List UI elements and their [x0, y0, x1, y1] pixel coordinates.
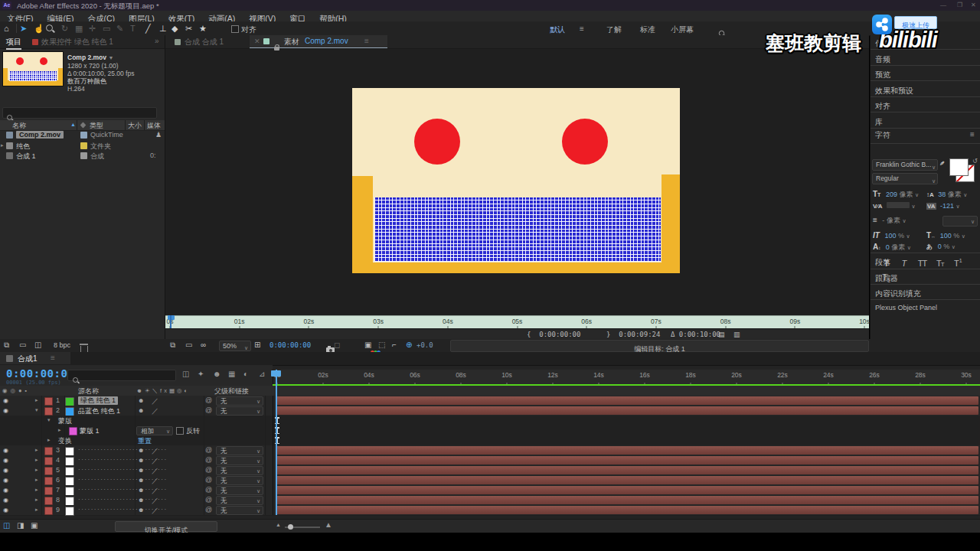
label-chip[interactable] [44, 407, 53, 416]
label-chip[interactable] [44, 487, 53, 495]
in-time[interactable]: 0:00:00:00 [539, 331, 580, 338]
parent-select[interactable]: 无∨ [216, 446, 263, 455]
eye-icon[interactable]: ◉ [3, 397, 8, 404]
eye-icon[interactable]: ◉ [3, 487, 8, 494]
layer-row[interactable]: ◉▸8····························☻／@无∨ [0, 495, 980, 506]
shy-toggle[interactable]: ☻ [138, 487, 144, 494]
shy-toggle[interactable]: ☻ [138, 467, 144, 474]
fill-color-swatch[interactable] [949, 158, 969, 176]
pickwhip-icon[interactable]: @ [205, 496, 212, 504]
layer-row[interactable]: ◉▸9····························☻／@无∨ [0, 505, 980, 516]
layer-row[interactable]: ◉▾2品蓝色 纯色 1☻／@无∨ [0, 406, 980, 416]
shy-toggle[interactable]: ☻ [138, 507, 144, 514]
pickwhip-icon[interactable]: @ [205, 486, 212, 494]
minimize-button[interactable]: — [940, 2, 946, 8]
layer-duration-bar[interactable] [276, 486, 978, 494]
graph-editor-icon[interactable]: ⊿ [259, 370, 265, 378]
eye-icon[interactable]: ◉ [3, 457, 8, 464]
expander-icon[interactable]: ▸ [35, 397, 38, 403]
lock-icon[interactable] [274, 47, 279, 51]
parent-select[interactable]: 无∨ [216, 406, 263, 416]
show-snapshot-icon[interactable]: ◻ [334, 341, 340, 349]
pan-behind-tool[interactable]: ✛ [89, 24, 96, 34]
transparency-grid-icon[interactable]: ⬚ [378, 341, 385, 349]
panel-header-预览[interactable]: 预览 [875, 70, 890, 80]
workspace-小屏幕[interactable]: 小屏幕 [671, 24, 694, 35]
motion-blur-icon[interactable]: ◐ [243, 370, 248, 378]
pickwhip-icon[interactable]: @ [205, 406, 212, 414]
shape-tool[interactable]: ▭ [103, 24, 110, 34]
close-button[interactable]: ✕ [971, 2, 976, 8]
panel-header-character[interactable]: 字符 [875, 130, 890, 141]
eye-icon[interactable]: ◉ [3, 477, 8, 484]
expander-icon[interactable]: ▸ [35, 497, 38, 503]
expander-icon[interactable]: ▸ [58, 427, 61, 433]
font-style-select[interactable]: Regular∨ [872, 173, 938, 184]
layer-duration-bar[interactable] [276, 456, 978, 465]
hand-tool[interactable]: ☝ [34, 24, 44, 34]
layer-name[interactable]: 绿色 纯色 1 [78, 396, 118, 405]
tab-footage[interactable]: ✕ 素材 Comp 2.mov ≡ [250, 35, 387, 48]
tab-overflow-icon[interactable]: » [155, 37, 159, 45]
label-chip[interactable] [44, 457, 53, 465]
expander-icon[interactable]: ▸ [35, 447, 38, 453]
footage-name[interactable]: Comp 2.mov [67, 54, 106, 61]
expand-in-out-icon[interactable]: ◫ [3, 521, 10, 530]
expander-icon[interactable]: ▸ [35, 487, 38, 493]
chevron-down-icon[interactable]: ∨ [952, 244, 956, 249]
font-family-select[interactable]: Franklin Gothic B...∨ [872, 159, 938, 171]
pickwhip-icon[interactable]: @ [205, 456, 212, 464]
swap-fill-stroke-icon[interactable]: ↺ [972, 158, 978, 165]
layer-duration-bar[interactable] [276, 506, 978, 514]
panel-header-库[interactable]: 库 [875, 117, 883, 128]
pickwhip-icon[interactable]: @ [205, 506, 212, 514]
parent-select[interactable]: 无∨ [216, 486, 263, 495]
puppet-pin-tool[interactable]: ★ [199, 24, 207, 34]
pair-viewer-icon[interactable]: ⧉ [170, 341, 175, 350]
toggle-switches-button[interactable]: 切换开关/模式 [115, 521, 217, 532]
zoom-tool[interactable] [46, 24, 53, 34]
eyedropper-icon[interactable]: ✒ [936, 158, 947, 169]
all-caps-button[interactable]: TT [915, 259, 929, 268]
timeline-zoom-knob[interactable] [288, 524, 293, 530]
shy-toggle[interactable]: ☻ [138, 457, 144, 464]
panel-header-对齐[interactable]: 对齐 [875, 101, 890, 112]
project-search-input[interactable] [2, 107, 157, 119]
exposure-value[interactable]: +0.0 [416, 341, 433, 349]
layer-row[interactable]: ◉▸7····························☻／@无∨ [0, 485, 980, 496]
font-size-value[interactable]: 209 [886, 191, 897, 198]
parent-select[interactable]: 无∨ [216, 506, 263, 515]
workspace-默认[interactable]: 默认 [550, 24, 565, 35]
expander-icon[interactable]: ▾ [47, 417, 51, 423]
cti-playhead[interactable] [271, 370, 281, 377]
ruby-select[interactable]: ∨ [942, 216, 978, 227]
layer-row[interactable]: ◉▸5····························☻／@无∨ [0, 465, 980, 476]
footage-thumbnail[interactable] [3, 52, 63, 86]
tab-close-icon[interactable]: ✕ [254, 37, 260, 45]
pickwhip-icon[interactable]: @ [205, 466, 212, 474]
item-name[interactable]: 纯色 [16, 142, 30, 152]
faux-italic-button[interactable]: T [897, 259, 911, 268]
expand-transfer-icon[interactable]: ▣ [31, 521, 38, 530]
new-comp-icon[interactable]: ◫ [34, 341, 41, 349]
chevron-down-icon[interactable]: ∨ [902, 218, 906, 223]
3d-glasses-icon[interactable]: ∞ [201, 341, 206, 349]
tab-project[interactable]: 项目 [6, 37, 21, 50]
tab-menu-icon[interactable]: ≡ [364, 37, 369, 45]
layer-color-swatch[interactable] [65, 457, 74, 466]
tab-composition[interactable]: 合成 合成 1 [185, 37, 224, 47]
tab-effect-controls[interactable]: 效果控件 绿色 纯色 1 [41, 37, 113, 47]
item-name[interactable]: 合成 1 [16, 152, 36, 161]
baseline-value[interactable]: 0 [886, 243, 890, 251]
project-item-row[interactable]: Comp 2.movQuickTime♟ [0, 130, 165, 140]
eye-icon[interactable]: ◉ [3, 467, 8, 474]
project-item-row[interactable]: 合成 1合成0: [0, 151, 165, 161]
chevron-down-icon[interactable]: ∨ [907, 245, 911, 250]
roto-brush-tool[interactable]: ✂ [185, 24, 192, 34]
shy-toggle[interactable]: ☻ [138, 447, 144, 454]
layer-color-swatch[interactable] [65, 497, 74, 506]
workspace-了解[interactable]: 了解 [606, 24, 622, 35]
viewer-timecode[interactable]: 0:00:00:00 [270, 341, 311, 349]
zoom-select[interactable]: 50%∨ [219, 341, 251, 351]
brush-tool[interactable]: ╱ [145, 24, 151, 34]
